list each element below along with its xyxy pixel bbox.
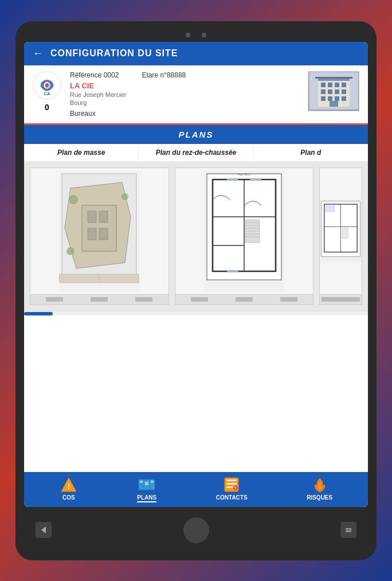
- plan-thumb-2[interactable]: [319, 167, 362, 305]
- nav-item-contacts[interactable]: ? CONTACTS: [216, 477, 248, 502]
- empty-area: [24, 315, 368, 472]
- svg-rect-18: [315, 77, 352, 79]
- svg-text:!: !: [67, 482, 70, 491]
- svg-point-28: [121, 193, 128, 200]
- scroll-thumb: [24, 312, 53, 315]
- nav-label-risques: RISQUES: [307, 494, 332, 501]
- plan-thumb-1[interactable]: Plan RDC: [175, 167, 314, 305]
- svg-text:?: ?: [234, 486, 237, 490]
- address-line2: Bourg: [70, 99, 302, 106]
- svg-marker-70: [41, 527, 46, 533]
- svg-rect-7: [335, 83, 339, 87]
- fire-icon: [311, 477, 329, 493]
- logo-number: 0: [45, 103, 49, 112]
- nav-label-plans: PLANS: [137, 494, 156, 502]
- svg-rect-66: [226, 483, 237, 485]
- svg-rect-46: [250, 178, 261, 181]
- svg-rect-6: [328, 83, 332, 87]
- svg-rect-14: [328, 96, 332, 101]
- svg-rect-9: [321, 89, 326, 94]
- nav-item-plans[interactable]: PLANS: [137, 477, 156, 502]
- svg-rect-62: [145, 482, 148, 485]
- info-details: Référence 0002 Etare n°88888 LA CIE Rue …: [70, 71, 302, 118]
- plan-image-1: Plan RDC: [175, 168, 313, 294]
- plans-header: PLANS: [24, 125, 368, 144]
- svg-rect-24: [99, 211, 108, 223]
- svg-rect-16: [342, 96, 346, 101]
- svg-rect-47: [227, 270, 238, 272]
- svg-rect-54: [342, 228, 348, 238]
- title-bar: 11:16 ← CONFIGURATION DU SITE: [24, 42, 368, 65]
- plan-footer-0: [30, 294, 168, 305]
- company-name: LA CIE: [70, 81, 302, 90]
- plan-label-1: Plan du rez-de-chaussée: [139, 144, 253, 161]
- warning-icon: !: [60, 477, 78, 493]
- tablet-screen: 11:16 ← CONFIGURATION DU SITE CA: [24, 42, 368, 507]
- info-section: CA 0 Référence 0002 Etare n°88888 LA CIE…: [24, 65, 368, 125]
- building-image: [308, 71, 359, 111]
- svg-rect-65: [226, 479, 237, 481]
- plan-thumb-0[interactable]: [30, 167, 169, 305]
- main-content: PLANS Plan de masse Plan du rez-de-chaus…: [24, 125, 368, 472]
- tablet-menu-button[interactable]: [340, 522, 356, 538]
- tablet-bottom: [24, 512, 368, 549]
- svg-rect-67: [226, 486, 233, 488]
- etage: Etare n°88888: [142, 71, 186, 79]
- svg-rect-10: [328, 89, 332, 94]
- svg-rect-63: [151, 481, 154, 483]
- building-type: Bureaux: [70, 110, 302, 118]
- svg-rect-17: [330, 101, 338, 107]
- plan-image-0: [30, 168, 168, 294]
- nav-item-cos[interactable]: ! COS: [60, 477, 78, 502]
- nav-item-risques[interactable]: RISQUES: [307, 477, 332, 502]
- plan-image-2: [320, 168, 362, 294]
- svg-rect-26: [99, 228, 108, 240]
- company-logo: CA: [33, 71, 61, 100]
- plan-footer-2: [320, 294, 362, 305]
- svg-point-27: [69, 195, 78, 204]
- camera-dot-left: [186, 33, 190, 37]
- svg-rect-13: [321, 96, 326, 101]
- tablet-frame: 11:16 ← CONFIGURATION DU SITE CA: [15, 21, 377, 560]
- svg-rect-15: [335, 96, 339, 101]
- plan-footer-1: [175, 294, 313, 305]
- svg-rect-72: [346, 530, 351, 531]
- tablet-home-button[interactable]: [183, 517, 209, 543]
- svg-point-29: [66, 247, 75, 255]
- back-button[interactable]: ←: [33, 48, 44, 60]
- plan-label-0: Plan de masse: [24, 144, 139, 161]
- nav-label-contacts: CONTACTS: [216, 494, 248, 501]
- svg-rect-25: [88, 228, 96, 240]
- bottom-nav: ! COS: [24, 472, 368, 507]
- nav-label-cos: COS: [62, 494, 75, 501]
- svg-rect-71: [346, 528, 351, 529]
- plan-label-2: Plan d: [254, 144, 368, 161]
- svg-rect-12: [342, 89, 346, 94]
- page-title: CONFIGURATION DU SITE: [50, 48, 178, 59]
- plan-thumbnails: Plan RDC: [24, 162, 368, 311]
- svg-rect-8: [342, 83, 346, 87]
- tablet-camera: [24, 33, 368, 37]
- scroll-indicator[interactable]: [24, 311, 368, 315]
- plan-labels-row: Plan de masse Plan du rez-de-chaussée Pl…: [24, 144, 368, 162]
- reference: Référence 0002: [70, 71, 119, 79]
- logo-area: CA 0: [33, 71, 61, 112]
- svg-rect-5: [321, 83, 326, 87]
- screen-content: 11:16 ← CONFIGURATION DU SITE CA: [24, 42, 368, 507]
- svg-rect-61: [140, 481, 143, 483]
- svg-text:CA: CA: [44, 91, 50, 96]
- camera-dot-right: [202, 33, 206, 37]
- svg-rect-11: [335, 89, 339, 94]
- tablet-back-button[interactable]: [36, 522, 52, 538]
- map-icon: [138, 477, 156, 493]
- svg-rect-23: [88, 211, 96, 223]
- svg-rect-73: [346, 531, 351, 532]
- svg-rect-45: [227, 178, 238, 181]
- address-line1: Rue Joseph Mercier: [70, 91, 302, 98]
- svg-rect-55: [326, 205, 335, 211]
- svg-text:Plan RDC: Plan RDC: [238, 173, 251, 176]
- contact-icon: ?: [222, 477, 241, 493]
